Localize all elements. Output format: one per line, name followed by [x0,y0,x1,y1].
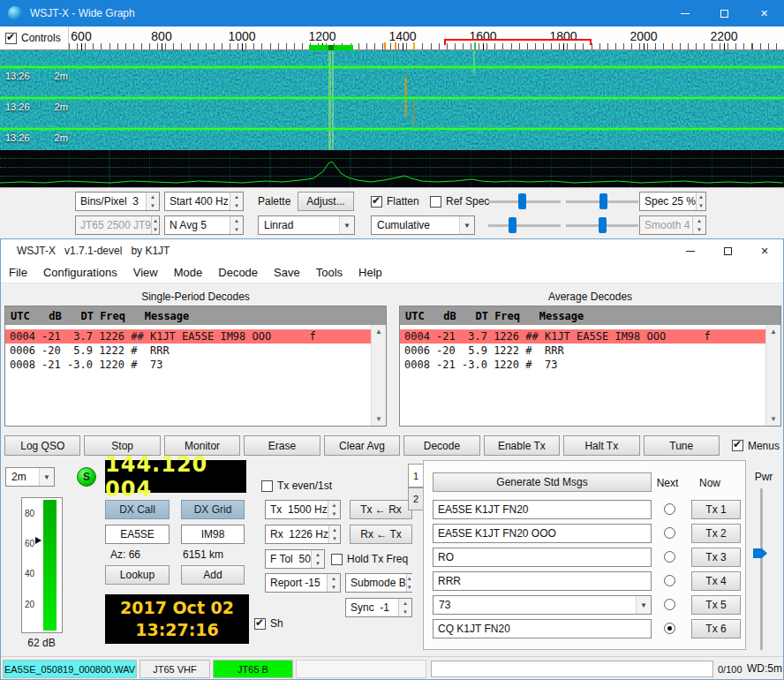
tx3-message-field[interactable]: RO [433,548,652,567]
ref-spec-checkbox[interactable] [430,196,441,208]
enable-tx-button[interactable]: Enable Tx [484,435,560,456]
hold-tx-checkbox[interactable] [331,554,343,565]
spec-percent-spinner[interactable]: Spec 25 % [639,192,706,211]
spin-down-icon[interactable] [407,583,412,592]
spin-up-icon[interactable] [329,525,340,534]
dx-grid-button[interactable]: DX Grid [181,500,245,519]
tx5-next-radio[interactable] [664,599,675,610]
decode-row[interactable]: 0004 -21 3.7 1226 ## K1JT EA5SE IM98 OOO… [5,329,371,344]
menu-help[interactable]: Help [351,266,390,279]
spin-down-icon[interactable] [230,201,243,210]
spin-down-icon[interactable] [328,583,340,592]
tx1-next-radio[interactable] [664,503,675,515]
slider-thumb[interactable] [599,217,607,233]
controls-checkbox[interactable] [5,33,17,44]
tx5-now-button[interactable]: Tx 5 [691,595,741,615]
tx4-message-field[interactable]: RRR [433,571,652,591]
waterfall-gain-slider[interactable] [488,192,561,211]
ref-spec-toggle[interactable]: Ref Spec [430,195,489,208]
spin-up-icon[interactable] [399,599,411,608]
tx5-message-combo[interactable]: 73 [433,595,652,615]
spin-down-icon[interactable] [329,534,340,543]
report-spinner[interactable]: Report -15 [265,573,341,593]
rx-from-tx-button[interactable]: Rx ← Tx [350,525,412,544]
menu-mode[interactable]: Mode [166,266,211,279]
tx6-next-radio[interactable] [664,623,675,634]
waterfall-zero-slider[interactable] [488,215,561,235]
menus-checkbox[interactable] [732,440,743,451]
f-tol-spinner[interactable]: F Tol 50 [265,549,325,569]
spin-up-icon[interactable] [328,501,340,510]
submode-spinner[interactable]: Submode B [345,573,412,593]
single-decodes-scrollbar[interactable] [371,325,386,426]
wide-graph-titlebar[interactable]: WSJT-X - Wide Graph [0,0,784,26]
spin-up-icon[interactable] [697,193,705,201]
minimize-button[interactable] [672,239,709,262]
menu-view[interactable]: View [125,266,166,279]
halt-tx-button[interactable]: Halt Tx [563,435,639,456]
spin-down-icon[interactable] [147,201,159,210]
tab-messages-2[interactable]: 2 [408,487,424,510]
tx1-now-button[interactable]: Tx 1 [691,500,741,519]
display-mode-combo[interactable]: Cumulative [371,215,475,235]
maximize-button[interactable] [705,0,744,26]
dx-grid-field[interactable]: IM98 [181,525,245,544]
tab-messages-1[interactable]: 1 [408,464,424,487]
slider-thumb[interactable] [518,193,526,209]
tx3-next-radio[interactable] [664,551,675,563]
tx6-message-field[interactable]: CQ K1JT FN20 [433,619,652,638]
tx-even-checkbox[interactable] [261,480,273,492]
decode-row[interactable]: 0006 -20 5.9 1222 # RRR [400,344,765,358]
bins-pixel-spinner[interactable]: Bins/Pixel 3 [75,192,160,211]
menu-tools[interactable]: Tools [308,266,351,279]
pwr-slider[interactable] [760,488,763,650]
sh-checkbox[interactable] [254,618,266,630]
menu-file[interactable]: File [1,266,35,279]
tx-from-rx-button[interactable]: Tx ← Rx [350,500,412,519]
scroll-down-icon[interactable] [766,412,780,426]
spin-down-icon[interactable] [697,201,705,210]
maximize-button[interactable] [709,239,746,262]
start-freq-spinner[interactable]: Start 400 Hz [164,192,244,211]
n-avg-spinner[interactable]: N Avg 5 [164,215,244,235]
menus-toggle[interactable]: Menus [723,435,780,456]
close-button[interactable] [746,239,783,262]
spin-down-icon[interactable] [312,559,324,568]
tx1-message-field[interactable]: EA5SE K1JT FN20 [433,500,652,519]
flatten-checkbox[interactable] [371,196,382,208]
dx-call-field[interactable]: EA5SE [105,525,170,544]
tx2-next-radio[interactable] [664,527,675,539]
spin-down-icon[interactable] [399,608,411,616]
band-select[interactable]: 2m [5,467,55,487]
frequency-scale[interactable]: Controls 600 800 1000 1200 1400 1600 180… [0,26,784,50]
slider-thumb[interactable] [599,193,607,209]
chevron-down-icon[interactable] [636,596,651,614]
add-button[interactable]: Add [181,565,245,585]
scroll-up-icon[interactable] [372,325,386,338]
log-qso-button[interactable]: Log QSO [4,435,80,456]
spin-down-icon[interactable] [328,510,340,518]
decode-row[interactable]: 0004 -21 3.7 1226 ## K1JT EA5SE IM98 OOO… [400,329,765,344]
spin-up-icon[interactable] [147,193,159,201]
close-button[interactable] [744,0,784,26]
spin-up-icon[interactable] [312,550,324,559]
slider-thumb[interactable] [509,217,516,233]
tx2-message-field[interactable]: EA5SE K1JT FN20 OOO [433,524,652,543]
generate-std-msgs-button[interactable]: Generate Std Msgs [433,472,652,492]
main-titlebar[interactable]: WSJT-X v1.7.1-devel by K1JT [1,239,783,262]
waterfall-display[interactable]: 13:26 2m 13:26 2m 13:26 2m [0,50,784,150]
tune-button[interactable]: Tune [644,435,720,456]
spec-zero-slider[interactable] [566,215,638,235]
spin-down-icon[interactable] [230,225,243,234]
spin-up-icon[interactable] [407,574,412,583]
tx-freq-spinner[interactable]: Tx 1500 Hz [265,500,341,519]
chevron-down-icon[interactable] [339,216,354,234]
sh-toggle[interactable]: Sh [254,617,283,630]
menu-decode[interactable]: Decode [210,266,266,279]
sync-spinner[interactable]: Sync -1 [345,598,412,617]
palette-combo[interactable]: Linrad [258,215,355,235]
decode-row[interactable]: 0006 -20 5.9 1222 # RRR [5,344,371,358]
tx4-now-button[interactable]: Tx 4 [691,571,741,591]
dx-call-button[interactable]: DX Call [105,500,170,519]
flatten-toggle[interactable]: Flatten [371,195,419,208]
